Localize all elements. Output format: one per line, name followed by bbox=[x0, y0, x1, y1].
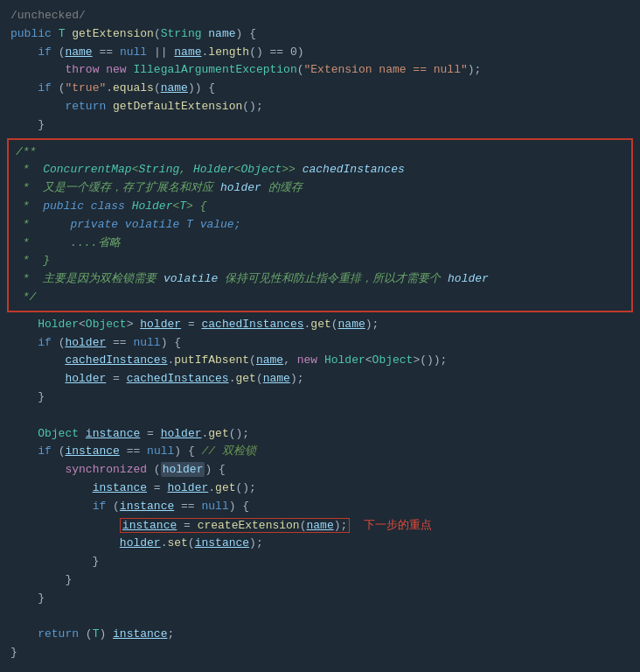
comment-line-6: * } bbox=[12, 252, 628, 270]
highlighted-instance-line: instance = createExtension(name); bbox=[120, 518, 351, 533]
code-line-7: Holder<Object> holder = cachedInstances.… bbox=[0, 316, 640, 334]
code-line-18: holder.set(instance); bbox=[0, 535, 640, 553]
code-line-5: return getDefaultExtension(); bbox=[0, 98, 640, 116]
code-line-1: public T getExtension(String name) { bbox=[0, 25, 640, 44]
comment-line-3: * public class Holder<T> { bbox=[12, 198, 628, 216]
path-line: /unchecked/ bbox=[0, 7, 640, 25]
code-line-9: cachedInstances.putIfAbsent(name, new Ho… bbox=[0, 352, 640, 370]
code-line-17: instance = createExtension(name); 下一步的重点 bbox=[0, 516, 640, 536]
code-line-blank-2 bbox=[0, 608, 640, 626]
code-line-3: throw new IllegalArgumentException("Exte… bbox=[0, 61, 640, 80]
code-line-10: holder = cachedInstances.get(name); bbox=[0, 370, 640, 388]
code-line-19: } bbox=[0, 553, 640, 571]
comment-line-5: * ....省略 bbox=[12, 234, 628, 253]
comment-end: */ bbox=[12, 289, 628, 307]
code-line-4: if ("true".equals(name)) { bbox=[0, 80, 640, 98]
code-line-23: } bbox=[0, 644, 640, 662]
code-editor: /unchecked/ public T getExtension(String… bbox=[0, 0, 640, 669]
code-line-22: return (T) instance; bbox=[0, 626, 640, 644]
annotation-next-step: 下一步的重点 bbox=[364, 518, 432, 531]
code-line-2: if (name == null || name.length() == 0) bbox=[0, 44, 640, 62]
code-line-6: } bbox=[0, 116, 640, 135]
code-line-14: synchronized (holder) { bbox=[0, 461, 640, 480]
code-line-15: instance = holder.get(); bbox=[0, 480, 640, 498]
comment-line-1: * ConcurrentMap<String, Holder<Object>> … bbox=[12, 161, 628, 179]
comment-line-4: * private volatile T value; bbox=[12, 216, 628, 234]
code-line-16: if (instance == null) { bbox=[0, 498, 640, 516]
comment-block: /** * ConcurrentMap<String, Holder<Objec… bbox=[7, 138, 633, 312]
code-line-13: if (instance == null) { // 双检锁 bbox=[0, 443, 640, 461]
comment-javadoc-start: /** bbox=[12, 144, 628, 162]
code-line-11: } bbox=[0, 388, 640, 407]
code-line-20: } bbox=[0, 571, 640, 590]
code-line-21: } bbox=[0, 590, 640, 608]
code-line-12: Object instance = holder.get(); bbox=[0, 425, 640, 444]
code-line-8: if (holder == null) { bbox=[0, 334, 640, 353]
comment-line-7: * 主要是因为双检锁需要 volatile 保持可见性和防止指令重排，所以才需要… bbox=[12, 270, 628, 289]
comment-line-2: * 又是一个缓存，存了扩展名和对应 holder 的缓存 bbox=[12, 179, 628, 198]
code-line-blank-1 bbox=[0, 407, 640, 425]
